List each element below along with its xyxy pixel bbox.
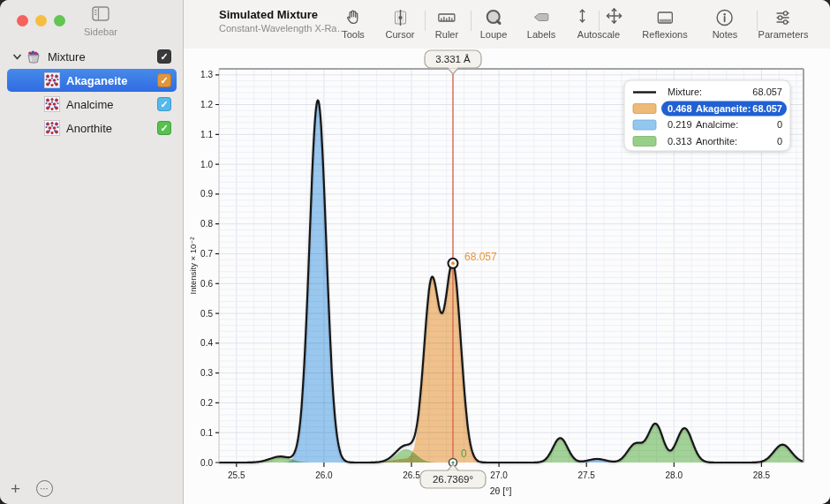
y-tick-label: 0.6 [200, 279, 213, 289]
sidebar-item-mixture[interactable]: Mixture ✓ [7, 45, 177, 68]
autoscale-xy-icon[interactable] [604, 5, 625, 30]
notes-button[interactable]: Notes [713, 6, 738, 40]
legend-name: Analcime: [696, 119, 738, 130]
checkmark-icon: ✓ [160, 100, 168, 109]
legend-value: 68.057 [752, 103, 782, 114]
sidebar-item-label: Anorthite [66, 122, 112, 135]
zoom-window-button[interactable] [54, 15, 65, 26]
akaganeite-checkbox[interactable]: ✓ [157, 73, 171, 87]
x-tick-label: 28.5 [753, 470, 771, 480]
y-tick-label: 0.5 [200, 309, 213, 319]
x-tick-label: 26.0 [315, 470, 333, 480]
d-spacing-bubble: 3.331 Å [425, 50, 481, 74]
sidebar-item-analcime[interactable]: Analcime ✓ [7, 93, 177, 116]
y-tick-label: 0.3 [200, 368, 213, 378]
legend-name: Mixture: [668, 87, 702, 97]
toolbar-divider [599, 11, 600, 31]
chevron-down-icon[interactable] [12, 52, 26, 62]
y-tick-label: 0.8 [200, 219, 213, 229]
y-tick-label: 1.0 [200, 160, 213, 169]
sliders-icon [758, 6, 809, 28]
checkmark-icon: ✓ [160, 124, 168, 133]
tag-icon [527, 6, 555, 28]
reflexions-button[interactable]: Reflexions [642, 6, 687, 40]
svg-text:26.7369°: 26.7369° [433, 474, 473, 485]
toolbar-divider [471, 11, 472, 31]
cursor-tool-icon [385, 6, 414, 28]
y-tick-label: 0.0 [200, 458, 213, 468]
sidebar-item-anorthite[interactable]: Anorthite ✓ [7, 117, 177, 139]
diffraction-plot[interactable]: 0.00.10.20.30.40.50.60.70.80.91.01.11.21… [184, 49, 830, 504]
parameters-button[interactable]: Parameters [758, 6, 809, 40]
sidebar: Sidebar Mixture ✓ [0, 0, 184, 504]
sidebar-footer: + ⋯ [11, 480, 53, 497]
y-tick-label: 1.3 [200, 70, 213, 79]
checkmark-icon: ✓ [160, 52, 168, 62]
labels-button[interactable]: Labels [527, 6, 555, 40]
close-window-button[interactable] [17, 15, 28, 26]
crystal-structure-icon [44, 120, 60, 136]
crystal-structure-icon [44, 96, 60, 112]
sidebar-item-label: Analcime [66, 98, 113, 111]
anorthite-checkbox[interactable]: ✓ [157, 121, 171, 135]
x-tick-label: 26.5 [403, 470, 420, 480]
x-tick-label: 25.5 [228, 470, 245, 480]
sidebar-icon [92, 9, 109, 24]
phase-tree: Mixture ✓ Akaganeite ✓ Analcime ✓ [0, 44, 183, 140]
legend-name: Anorthite: [696, 136, 737, 147]
minimize-window-button[interactable] [35, 15, 47, 26]
sidebar-toggle-label: Sidebar [78, 26, 124, 37]
sidebar-item-akaganeite[interactable]: Akaganeite ✓ [7, 69, 177, 92]
reflexions-icon [642, 6, 687, 28]
ruler-icon [435, 6, 458, 28]
peak-value-label: 68.057 [464, 251, 497, 263]
legend-value: 68.057 [752, 87, 782, 97]
page-subtitle: Constant-Wavelength X-Ra… [219, 23, 347, 34]
window-controls [17, 15, 65, 26]
hand-tool-icon [342, 6, 365, 28]
x-tick-label: 27.0 [490, 470, 508, 480]
y-tick-label: 0.4 [200, 338, 213, 348]
add-phase-button[interactable]: + [11, 480, 20, 497]
loupe-icon [480, 6, 508, 28]
crystal-structure-icon [44, 72, 60, 88]
analcime-checkbox[interactable]: ✓ [157, 97, 171, 111]
two-theta-bubble: 26.7369° [420, 464, 486, 488]
sidebar-item-label: Akaganeite [66, 74, 127, 87]
info-icon [713, 6, 738, 28]
ruler-button[interactable]: Ruler [435, 6, 458, 40]
sidebar-toggle-button[interactable]: Sidebar [78, 6, 124, 37]
legend-value: 0 [777, 119, 782, 130]
legend-weight: 0.468 [668, 103, 692, 114]
y-tick-label: 0.9 [200, 189, 213, 199]
y-tick-label: 0.7 [200, 249, 213, 259]
mixture-checkbox[interactable]: ✓ [157, 49, 171, 64]
app-window: Sidebar Mixture ✓ [0, 0, 830, 504]
y-axis-label: Intensity × 10⁻² [188, 237, 198, 295]
y-tick-label: 0.2 [200, 398, 213, 408]
toolbar: Simulated Mixture Constant-Wavelength X-… [184, 0, 830, 49]
mixture-bowl-icon [26, 49, 42, 64]
cursor-button[interactable]: Cursor [385, 6, 414, 40]
cursor-peak-marker-dot [451, 261, 455, 265]
main-content: Simulated Mixture Constant-Wavelength X-… [184, 0, 830, 504]
y-tick-label: 0.1 [200, 428, 213, 438]
y-tick-label: 1.1 [200, 130, 213, 139]
legend-weight: 0.313 [668, 136, 692, 147]
checkmark-icon: ✓ [160, 76, 168, 86]
sidebar-item-label: Mixture [48, 50, 86, 64]
svg-text:3.331 Å: 3.331 Å [435, 54, 471, 64]
chart-area: 0.00.10.20.30.40.50.60.70.80.91.01.11.21… [184, 49, 830, 504]
x-axis-label: 2θ [°] [490, 485, 512, 496]
autoscale-vertical-icon[interactable] [573, 5, 592, 30]
more-options-button[interactable]: ⋯ [36, 480, 53, 497]
loupe-button[interactable]: Loupe [480, 6, 508, 40]
document-title-block: Simulated Mixture Constant-Wavelength X-… [219, 8, 347, 34]
legend-weight: 0.219 [668, 119, 692, 130]
legend: Mixture:68.0570.468Akaganeite:68.0570.21… [624, 80, 790, 151]
tools-button[interactable]: Tools [342, 6, 365, 40]
x-tick-label: 27.5 [577, 470, 595, 480]
zero-value-label: 0 [461, 448, 467, 460]
y-tick-label: 1.2 [200, 100, 213, 109]
page-title: Simulated Mixture [219, 8, 347, 21]
